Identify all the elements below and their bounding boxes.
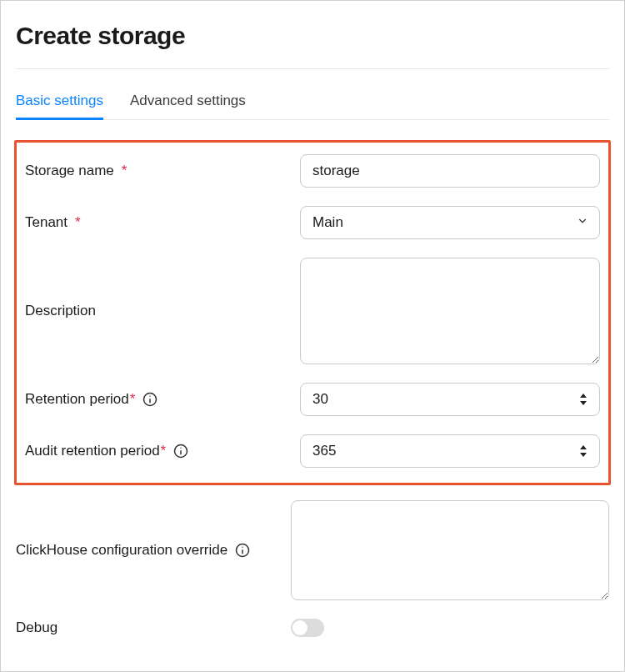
label-debug: Debug [16, 619, 291, 636]
label-clickhouse-override: ClickHouse configuration override [16, 500, 291, 600]
label-tenant: Tenant* [25, 214, 300, 231]
page-title: Create storage [16, 22, 609, 50]
form-area: Storage name* Tenant* [16, 120, 609, 637]
svg-point-7 [181, 448, 182, 449]
label-text: Debug [16, 619, 58, 636]
label-text: Description [25, 303, 96, 319]
row-retention-period: Retention period* [25, 383, 600, 416]
audit-retention-period-input[interactable] [300, 434, 600, 468]
tenant-select[interactable] [300, 206, 600, 239]
row-audit-retention-period: Audit retention period* [25, 434, 600, 468]
storage-name-input[interactable] [300, 154, 600, 188]
label-text: Audit retention period* [25, 443, 166, 459]
svg-point-12 [242, 547, 243, 548]
row-debug: Debug [16, 619, 609, 637]
info-icon[interactable] [142, 391, 158, 408]
row-description: Description [25, 258, 600, 364]
highlight-box: Storage name* Tenant* [14, 140, 611, 485]
required-marker: * [161, 443, 167, 459]
row-clickhouse-override: ClickHouse configuration override [16, 500, 609, 600]
label-storage-name: Storage name* [25, 163, 300, 179]
retention-period-input[interactable] [300, 383, 600, 416]
tenant-select-value[interactable] [300, 206, 600, 239]
row-tenant: Tenant* [25, 206, 600, 239]
required-marker: * [130, 391, 136, 407]
label-text: Tenant [25, 214, 68, 231]
label-retention-period: Retention period* [25, 391, 300, 408]
create-storage-panel: Create storage Basic settings Advanced s… [0, 0, 625, 672]
row-storage-name: Storage name* [25, 154, 600, 188]
required-marker: * [75, 214, 81, 231]
info-icon[interactable] [172, 443, 189, 459]
debug-toggle[interactable] [291, 619, 324, 637]
tabs: Basic settings Advanced settings [16, 68, 609, 120]
label-text: Retention period* [25, 391, 135, 408]
label-text: Storage name [25, 163, 114, 179]
label-audit-retention-period: Audit retention period* [25, 443, 300, 459]
required-marker: * [122, 163, 128, 179]
label-description: Description [25, 258, 300, 364]
tab-advanced-settings[interactable]: Advanced settings [130, 93, 246, 119]
description-textarea[interactable] [300, 258, 600, 364]
clickhouse-override-textarea[interactable] [291, 500, 609, 600]
label-text: ClickHouse configuration override [16, 542, 228, 559]
tab-basic-settings[interactable]: Basic settings [16, 93, 103, 119]
svg-point-2 [150, 396, 151, 397]
info-icon[interactable] [234, 542, 251, 559]
